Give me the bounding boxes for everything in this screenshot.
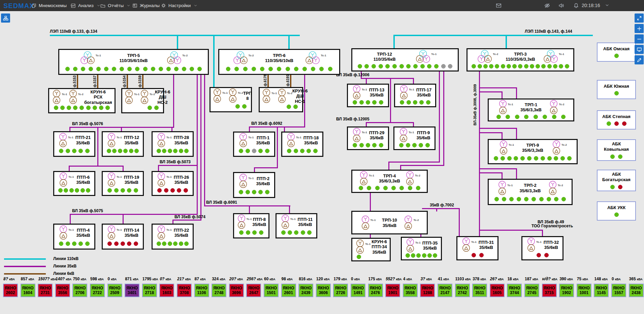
yakno-tile-2706[interactable]: ЯКНО2706 bbox=[72, 284, 87, 297]
yakno-tile-2438[interactable]: ЯКНО2438 bbox=[629, 284, 644, 297]
substation-ptp28[interactable]: Тс-1ПТП-2835/6кВ≈≈≈≈≈≈ bbox=[152, 131, 194, 157]
abk-panel-5[interactable]: АБК УКК≈ bbox=[597, 201, 636, 221]
yakno-tile-2601[interactable]: ЯКНО2601 bbox=[281, 284, 296, 297]
substation-ptp17[interactable]: Тс-1ПТП-1735/6кВ≈≈≈≈≈ bbox=[394, 84, 436, 107]
zoom-out-button[interactable] bbox=[635, 34, 644, 44]
substation-trp3[interactable]: Тс-2ТРП-3110/35/6/3,3кВТс-1≈≈≈≈≈≈≈≈≈≈≈≈≈… bbox=[466, 48, 574, 72]
yakno-tile-1557[interactable]: ЯКНО1557 bbox=[611, 284, 626, 297]
fit-screen-button[interactable] bbox=[635, 45, 644, 54]
substation-ptp4[interactable]: Тс-1ПТП-435/6кВ≈≈≈≈≈ bbox=[53, 224, 95, 250]
yakno-tile-1145[interactable]: ЯКНО1145 bbox=[594, 284, 609, 297]
substation-ptp13[interactable]: Тс-1ПТП-1335/6кВ≈≈≈≈≈ bbox=[347, 84, 389, 107]
substation-ptp14[interactable]: Тс-1ПТП-1435/6кВ≈≈≈≈≈ bbox=[102, 224, 144, 250]
abk-panel-2[interactable]: АБК Степная≈≈≈ bbox=[597, 110, 636, 130]
substation-krun-rsx[interactable]: Тс-1Тс-2КРУН-6РСХбогатырская≈≈≈≈≈≈≈≈≈ bbox=[48, 88, 116, 113]
yakno-tile-3558[interactable]: ЯКНО3558 bbox=[403, 284, 418, 297]
substation-ptp26[interactable]: Тс-1ПТП-2635/6кВ≈≈≈≈≈ bbox=[152, 171, 194, 196]
yakno-tile-3715[interactable]: ЯКНО3715 bbox=[542, 284, 557, 297]
bell-button[interactable] bbox=[573, 3, 579, 10]
zoom-in-button[interactable] bbox=[635, 24, 644, 33]
two-winding-transformer-icon bbox=[58, 133, 68, 148]
abk-panel-4[interactable]: АБКБогатырская≈≈ bbox=[597, 170, 636, 191]
yakno-tile-2147[interactable]: ЯКНО2147 bbox=[438, 284, 452, 297]
substation-trp9[interactable]: Тс-1ТРП-935/6/3,3кВТс-2≈≈≈≈≈≈≈≈≈≈≈≈ bbox=[488, 139, 578, 164]
edit-button[interactable] bbox=[635, 55, 644, 64]
yakno-tile-3708[interactable]: ЯКНО3708 bbox=[177, 284, 192, 297]
substation-ptp8[interactable]: Тс-1ПТП-835/6кВ≈≈≈≈ bbox=[233, 213, 269, 238]
substation-trp10[interactable]: Тс-1ТРП-1035/6кВТс-2 bbox=[351, 211, 428, 234]
mnemo-tree-button[interactable] bbox=[1, 13, 10, 23]
yakno-tile-3401[interactable]: ЯКНО3401 bbox=[125, 284, 139, 297]
yakno-tile-3696[interactable]: ЯКНО3696 bbox=[229, 284, 244, 297]
yakno-tile-1902[interactable]: ЯКНО1902 bbox=[559, 284, 574, 297]
substation-ptp1[interactable]: Тс-1ПТП-135/6кВ≈≈≈≈≈ bbox=[233, 132, 275, 157]
yakno-tile-1603[interactable]: ЯКНО1603 bbox=[159, 284, 174, 297]
user-menu-chevron[interactable] bbox=[605, 3, 609, 9]
substation-ptp6[interactable]: Тс-1ПТП-635/6кВ≈≈≈≈≈≈ bbox=[53, 171, 95, 196]
substation-ptp35[interactable]: Тс-1ПТП-3535/6кВ≈≈≈≈≈≈ bbox=[401, 237, 442, 260]
substation-trp6[interactable]: Тс-2ТРП-6110/35/6/10кВТс-1≈≈≈≈≈≈≈≈≈≈≈≈≈ bbox=[218, 49, 340, 75]
abk-panel-1[interactable]: АБК Южная≈ bbox=[597, 80, 636, 99]
line-35kv bbox=[200, 74, 201, 221]
yakno-tile-1491[interactable]: ЯКНО1491 bbox=[351, 284, 365, 297]
abk-panel-0[interactable]: АБК Омская≈ bbox=[597, 42, 636, 62]
yakno-tile-2748[interactable]: ЯКНО2748 bbox=[212, 284, 226, 297]
substation-krun-ns1[interactable]: Тс-1Тс-2КРУН-6ДШ НС-1≈≈ bbox=[259, 87, 303, 112]
eyeoff-button[interactable] bbox=[544, 3, 550, 10]
substation-trp12[interactable]: ТРП-12110/35/6кВТс-1≈≈≈≈≈≈≈≈≈≈≈≈≈≈ bbox=[351, 48, 459, 72]
yakno-tile-2745[interactable]: ЯКНО2745 bbox=[524, 284, 539, 297]
substation-ptp32[interactable]: Тс-1ПТП-3235/6кВ≈≈ bbox=[521, 236, 564, 260]
yakno-tile-2718[interactable]: ЯКНО2718 bbox=[142, 284, 157, 297]
substation-trp2[interactable]: Тс-1ТРП-235/6/3,3кВТс-2≈≈≈≈≈≈≈≈≈≈ bbox=[488, 179, 573, 205]
menu-settings[interactable]: Настройки bbox=[161, 0, 197, 11]
substation-ptp31[interactable]: Тс-1ПТП-3135/6кВ≈≈ bbox=[456, 236, 498, 260]
yakno-tile-3511[interactable]: ЯКНО3511 bbox=[472, 284, 487, 297]
substation-ptp9[interactable]: Тс-1ПТП-935/6кВ≈≈≈≈≈ bbox=[393, 126, 436, 150]
yakno-tile-2742[interactable]: ЯКНО2742 bbox=[455, 284, 470, 297]
yakno-tile-2476[interactable]: ЯКНО2476 bbox=[368, 284, 383, 297]
substation-trp1[interactable]: Тс-1ТРП-135/6/3,3кВТс-2≈≈≈≈≈≈≈≈ bbox=[488, 98, 574, 121]
yakno-tile-1106[interactable]: ЯКНО1106 bbox=[194, 284, 209, 297]
status-indicator-ok: ≈ bbox=[543, 115, 547, 119]
yakno-tile-1288[interactable]: ЯКНО1288 bbox=[420, 284, 435, 297]
yakno-tile-2726[interactable]: ЯКНО2726 bbox=[333, 284, 348, 297]
yakno-tile-1901[interactable]: ЯКНО1901 bbox=[385, 284, 400, 297]
sound-button[interactable] bbox=[558, 3, 564, 10]
substation-ptp11[interactable]: Тс-1ПТП-1135/6кВ≈≈≈≈≈ bbox=[276, 213, 317, 238]
tile-number: 1902 bbox=[562, 290, 571, 295]
yakno-tile-2509[interactable]: ЯКНО2509 bbox=[107, 284, 122, 297]
substation-ptp29[interactable]: Тс-1ПТП-2935/6кВ≈≈≈≈≈ bbox=[347, 126, 389, 150]
yakno-tile-1501[interactable]: ЯКНО1501 bbox=[264, 284, 279, 297]
menu-mnemoschemes[interactable]: Мнемосхемы bbox=[31, 0, 73, 11]
yakno-tile-1001[interactable]: ЯКНО1001 bbox=[577, 284, 591, 297]
menu-analysis[interactable]: Анализ bbox=[71, 0, 100, 11]
menu-journals[interactable]: Журналы bbox=[132, 0, 160, 11]
yakno-tile-1604[interactable]: ЯКНО1604 bbox=[21, 284, 35, 297]
substation-ptp21[interactable]: Тс-1ПТП-2135/6кВ≈≈≈≈≈ bbox=[53, 131, 95, 157]
abk-panel-3[interactable]: АБККовыльная≈≈ bbox=[597, 139, 636, 161]
fullscreen-button[interactable] bbox=[635, 13, 644, 23]
substation-ptp2[interactable]: Тс-1ПТП-235/6кВ≈≈≈≈≈ bbox=[233, 172, 275, 198]
yakno-tile-2722[interactable]: ЯКНО2722 bbox=[90, 284, 105, 297]
clock[interactable]: 20:18:16 bbox=[582, 3, 600, 8]
yakno-tile-3744[interactable]: ЯКНО3744 bbox=[507, 284, 522, 297]
substation-ptp18[interactable]: Тс-1ПТП-1835/6кВ≈≈≈≈≈ bbox=[281, 132, 323, 157]
yakno-tile-2647[interactable]: ЯКНО2647 bbox=[246, 284, 261, 297]
substation-ptp22[interactable]: Тс-1ПТП-2235/6кВ≈≈≈≈≈≈ bbox=[152, 224, 194, 250]
substation-ptp19[interactable]: Тс-1ПТП-1935/6кВ≈≈≈≈≈ bbox=[102, 171, 144, 196]
yakno-tile-2439[interactable]: ЯКНО2439 bbox=[298, 284, 313, 297]
yakno-tile-3556[interactable]: ЯКНО3556 bbox=[55, 284, 70, 297]
yakno-tile-2602[interactable]: ЯКНО2602 bbox=[3, 284, 18, 297]
substation-krun-ns2[interactable]: Тс-1Тс-2КРУН-6ДШ НС-2≈≈ bbox=[121, 88, 164, 113]
substation-krun-ptp34[interactable]: Тс-1КРУН-6ПТП-3435/6кВ≈ bbox=[351, 238, 391, 261]
mail-button[interactable] bbox=[496, 3, 502, 10]
substation-trp8[interactable]: Тс-1Тс-2ТРП 8≈≈ bbox=[210, 87, 252, 112]
menu-reports[interactable]: Отчёты bbox=[100, 0, 130, 11]
substation-trp4[interactable]: Тс-1ТРП-435/6/3,3кВТс-2≈≈≈≈≈≈≈≈ bbox=[351, 170, 428, 193]
substation-trp5[interactable]: Тс-1ТРП-5110/35/6/10кВТс-2≈≈≈≈≈≈≈≈≈≈≈≈≈≈… bbox=[58, 49, 209, 75]
substation-ptp12[interactable]: Тс-1ПТП-1235/6кВ≈≈≈≈≈≈ bbox=[102, 131, 144, 157]
yakno-tile-2731[interactable]: ЯКНО2731 bbox=[38, 284, 53, 297]
yakno-tile-1605[interactable]: ЯКНО1605 bbox=[490, 284, 505, 297]
yakno-tile-3606[interactable]: ЯКНО3606 bbox=[316, 284, 331, 297]
indicator-row: ≈≈≈≈≈≈≈≈≈≈≈≈≈≈≈≈≈≈ bbox=[59, 66, 208, 74]
